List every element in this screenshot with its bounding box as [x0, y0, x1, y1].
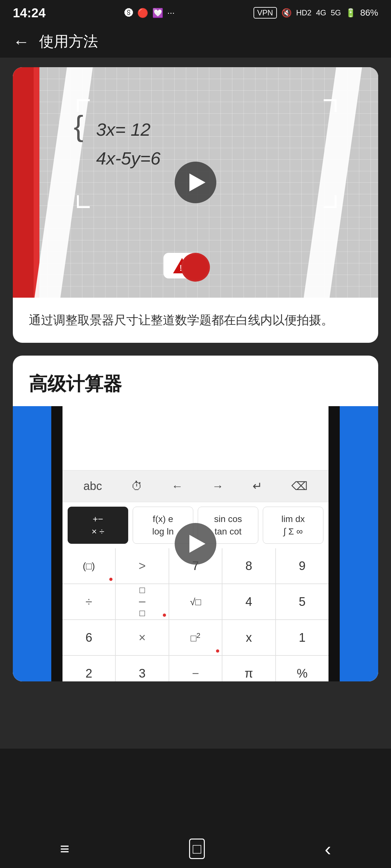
key-multiply[interactable]: ×: [116, 620, 168, 655]
back-button[interactable]: ←: [13, 32, 29, 51]
keypad: (□) > 7 8 9 ÷ □─□: [62, 548, 329, 681]
status-bar: 14:24 🅢 🔴 💟 ··· VPN 🔇 HD2 4G 5G 🔋 86%: [0, 0, 391, 26]
calculator-preview: abc ⏱ ← → ↵ ⌫ +− × ÷ f(x) e log ln sin c…: [13, 406, 378, 681]
key-4[interactable]: 4: [222, 584, 275, 619]
page-title: 使用方法: [39, 32, 98, 52]
key-x[interactable]: x: [222, 620, 275, 655]
status-right: VPN 🔇 HD2 4G 5G 🔋 86%: [253, 7, 378, 19]
battery-level: 86%: [360, 8, 378, 18]
key-parens[interactable]: (□): [62, 548, 115, 584]
toolbar-history[interactable]: ⏱: [127, 476, 147, 496]
toolbar-arrow-right[interactable]: →: [208, 476, 228, 496]
math-equations: 3x= 12 4x-5y=6: [96, 115, 161, 173]
viewfinder-corner-bl: [77, 195, 90, 208]
viewfinder-corner-tr: [324, 99, 337, 112]
key-3[interactable]: 3: [116, 656, 168, 681]
black-right-panel: [329, 406, 340, 681]
bottom-spacer: [13, 694, 378, 739]
calculator-title: 高级计算器: [13, 355, 378, 406]
play-triangle-icon: [189, 174, 205, 191]
calc-display: [62, 406, 329, 470]
status-time: 14:24: [13, 6, 46, 20]
key-percent[interactable]: %: [276, 656, 329, 681]
key-minus[interactable]: −: [169, 656, 222, 681]
math-brace: {: [74, 109, 83, 144]
calculator-card: 高级计算器 abc ⏱ ← → ↵ ⌫: [13, 355, 378, 681]
main-content: { 3x= 12 4x-5y=6 通过调整取景器尺寸让整道数学题都在白线内以便拍…: [0, 58, 391, 749]
func-btn-arithmetic[interactable]: +− × ÷: [67, 507, 128, 544]
toolbar-enter[interactable]: ↵: [248, 476, 267, 496]
black-left-panel: [51, 406, 62, 681]
battery-icon: 🔋: [345, 8, 356, 18]
record-button[interactable]: [181, 253, 210, 282]
toolbar-abc[interactable]: abc: [79, 476, 106, 496]
key-divide[interactable]: ÷: [62, 584, 115, 619]
top-nav: ← 使用方法: [0, 26, 391, 58]
nav-back-icon[interactable]: ‹: [325, 838, 331, 860]
key-fraction[interactable]: □─□: [116, 584, 168, 619]
key-8[interactable]: 8: [222, 548, 275, 584]
calc-play-button[interactable]: [175, 523, 216, 565]
play-button[interactable]: [175, 162, 216, 203]
key-greater[interactable]: >: [116, 548, 168, 584]
red-sidebar-stripe: [34, 67, 39, 298]
math-line1: 3x= 12: [96, 115, 161, 144]
toolbar-backspace[interactable]: ⌫: [287, 476, 312, 496]
key-5[interactable]: 5: [276, 584, 329, 619]
more-icon: ···: [167, 8, 175, 18]
signal-4g: 4G: [316, 8, 326, 17]
key-6[interactable]: 6: [62, 620, 115, 655]
bottom-nav: ≡ □ ‹: [0, 830, 391, 868]
camera-card: { 3x= 12 4x-5y=6 通过调整取景器尺寸让整道数学题都在白线内以便拍…: [13, 67, 378, 343]
app-icon-3: 💟: [152, 8, 163, 18]
key-1[interactable]: 1: [276, 620, 329, 655]
calc-toolbar: abc ⏱ ← → ↵ ⌫: [62, 470, 329, 502]
signal-5g: 5G: [331, 8, 341, 17]
hd2-label: HD2: [296, 8, 311, 17]
key-9[interactable]: 9: [276, 548, 329, 584]
key-pi[interactable]: π: [222, 656, 275, 681]
camera-preview: { 3x= 12 4x-5y=6: [13, 67, 378, 298]
key-sqrt[interactable]: √□: [169, 584, 222, 619]
toolbar-arrow-left[interactable]: ←: [167, 476, 188, 496]
app-icon-2: 🔴: [137, 8, 148, 18]
app-icon-1: 🅢: [124, 8, 133, 18]
func-btn-calculus[interactable]: lim dx ∫ Σ ∞: [263, 507, 324, 544]
math-line2: 4x-5y=6: [96, 144, 161, 173]
viewfinder-corner-br: [324, 195, 337, 208]
vpn-label: VPN: [253, 7, 277, 19]
nav-menu-icon[interactable]: ≡: [60, 839, 69, 858]
status-icons: 🅢 🔴 💟 ···: [124, 8, 175, 18]
mute-icon: 🔇: [281, 8, 291, 18]
calc-play-triangle-icon: [189, 535, 205, 553]
nav-home-icon[interactable]: □: [189, 839, 205, 859]
key-power[interactable]: □2: [169, 620, 222, 655]
key-2[interactable]: 2: [62, 656, 115, 681]
camera-description: 通过调整取景器尺寸让整道数学题都在白线内以便拍摄。: [13, 298, 378, 343]
